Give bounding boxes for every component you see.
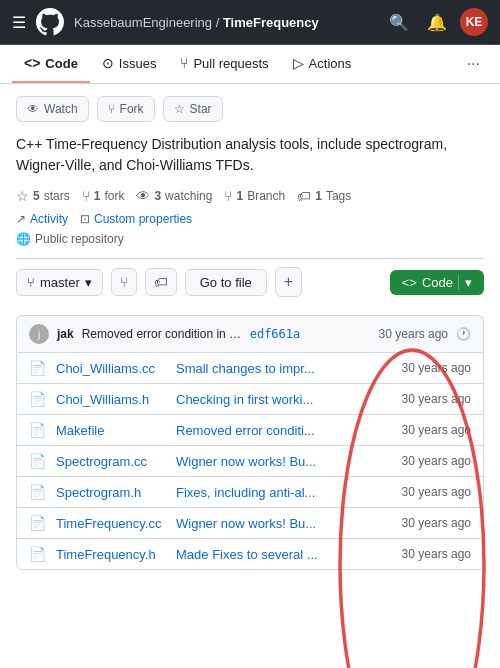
nav-more-button[interactable]: ···: [459, 49, 488, 79]
notification-button[interactable]: 🔔: [422, 8, 452, 36]
file-commit-msg: Removed error conditi...: [176, 423, 392, 438]
search-button[interactable]: 🔍: [384, 8, 414, 36]
fork-icon: ⑂: [108, 102, 115, 116]
fork-toolbar-icon[interactable]: ⑂: [111, 268, 137, 296]
breadcrumb-repo[interactable]: TimeFrequency: [223, 15, 319, 30]
nav-pull-requests[interactable]: ⑂ Pull requests: [168, 45, 280, 83]
file-icon: 📄: [29, 422, 46, 438]
add-file-button[interactable]: +: [275, 267, 302, 297]
tag-toolbar-icon[interactable]: 🏷: [145, 268, 177, 296]
star-icon: ☆: [174, 102, 185, 116]
breadcrumb: KassebaumEngineering / TimeFrequency: [74, 15, 374, 30]
branch-toolbar: ⑂ master ▾ ⑂ 🏷 Go to file + <> Code ▾: [16, 258, 484, 305]
breadcrumb-user-link[interactable]: KassebaumEngineering /: [74, 15, 219, 30]
meta-row: ↗ Activity ⊡ Custom properties: [16, 212, 484, 226]
file-icon: 📄: [29, 515, 46, 531]
activity-link[interactable]: ↗ Activity: [16, 212, 68, 226]
stars-label: stars: [44, 189, 70, 203]
go-to-file-button[interactable]: Go to file: [185, 269, 267, 296]
forks-stat[interactable]: ⑂ 1 fork: [82, 188, 125, 204]
tag-stat[interactable]: 🏷 1 Tags: [297, 188, 351, 204]
public-label: Public repository: [35, 232, 124, 246]
fork-button[interactable]: ⑂ Fork: [97, 96, 155, 122]
file-name[interactable]: Choi_Williams.cc: [56, 361, 166, 376]
commit-message: Removed error condition in makefile in..…: [82, 327, 242, 341]
fork-count: 1: [94, 189, 101, 203]
code-btn-icon: <>: [402, 275, 417, 290]
file-row: 📄Choi_Williams.hChecking in first worki.…: [17, 384, 483, 415]
commit-author-avatar: j: [29, 324, 49, 344]
history-icon[interactable]: 🕐: [456, 327, 471, 341]
nav-issues[interactable]: ⊙ Issues: [90, 45, 169, 83]
globe-icon: 🌐: [16, 232, 31, 246]
eye-icon: 👁: [27, 102, 39, 116]
hamburger-icon[interactable]: ☰: [12, 13, 26, 32]
watch-button[interactable]: 👁 Watch: [16, 96, 89, 122]
actions-icon: ▷: [293, 55, 304, 71]
file-name[interactable]: Choi_Williams.h: [56, 392, 166, 407]
file-commit-msg: Small changes to impr...: [176, 361, 392, 376]
commit-author-name[interactable]: jak: [57, 327, 74, 341]
fork-label: Fork: [120, 102, 144, 116]
file-row: 📄Spectrogram.ccWigner now works! Bu...30…: [17, 446, 483, 477]
file-time: 30 years ago: [402, 392, 471, 406]
file-time: 30 years ago: [402, 423, 471, 437]
nav-actions[interactable]: ▷ Actions: [281, 45, 364, 83]
file-commit-msg: Made Fixes to several ...: [176, 547, 392, 562]
file-name[interactable]: Spectrogram.cc: [56, 454, 166, 469]
file-name[interactable]: TimeFrequency.h: [56, 547, 166, 562]
commit-time: 30 years ago: [379, 327, 448, 341]
branch-name: master: [40, 275, 80, 290]
issues-icon: ⊙: [102, 55, 114, 71]
code-btn-arrow: ▾: [458, 275, 472, 290]
custom-props-label[interactable]: Custom properties: [94, 212, 192, 226]
activity-icon: ↗: [16, 212, 26, 226]
repo-main: 👁 Watch ⑂ Fork ☆ Star C++ Time-Frequency…: [0, 84, 500, 582]
file-icon: 📄: [29, 453, 46, 469]
chevron-down-icon: ▾: [85, 275, 92, 290]
file-time: 30 years ago: [402, 361, 471, 375]
activity-label[interactable]: Activity: [30, 212, 68, 226]
star-stat-icon: ☆: [16, 188, 29, 204]
file-time: 30 years ago: [402, 454, 471, 468]
branch-icon: ⑂: [27, 275, 35, 290]
file-icon: 📄: [29, 360, 46, 376]
watching-stat[interactable]: 👁 3 watching: [136, 188, 212, 204]
file-name[interactable]: TimeFrequency.cc: [56, 516, 166, 531]
branch-selector[interactable]: ⑂ master ▾: [16, 269, 103, 296]
stars-count: 5: [33, 189, 40, 203]
branch-stat[interactable]: ⑂ 1 Branch: [224, 188, 285, 204]
watch-label: watching: [165, 189, 212, 203]
file-commit-msg: Checking in first worki...: [176, 392, 392, 407]
file-time: 30 years ago: [402, 547, 471, 561]
repo-description: C++ Time-Frequency Distribution analysis…: [16, 134, 484, 176]
file-name[interactable]: Makefile: [56, 423, 166, 438]
file-icon: 📄: [29, 546, 46, 562]
file-row: 📄TimeFrequency.ccWigner now works! Bu...…: [17, 508, 483, 539]
file-name[interactable]: Spectrogram.h: [56, 485, 166, 500]
nav-code[interactable]: <> Code: [12, 45, 90, 83]
tag-label: Tags: [326, 189, 351, 203]
top-navigation: ☰ KassebaumEngineering / TimeFrequency 🔍…: [0, 0, 500, 45]
branch-stat-icon: ⑂: [224, 188, 232, 204]
eye-stat-icon: 👁: [136, 188, 150, 204]
commit-hash[interactable]: edf661a: [250, 327, 301, 341]
avatar[interactable]: KE: [460, 8, 488, 36]
file-time: 30 years ago: [402, 485, 471, 499]
repo-navigation: <> Code ⊙ Issues ⑂ Pull requests ▷ Actio…: [0, 45, 500, 84]
custom-properties-link[interactable]: ⊡ Custom properties: [80, 212, 192, 226]
watch-label: Watch: [44, 102, 78, 116]
code-btn-label: Code: [422, 275, 453, 290]
star-button[interactable]: ☆ Star: [163, 96, 223, 122]
file-icon: 📄: [29, 391, 46, 407]
file-row: 📄TimeFrequency.hMade Fixes to several ..…: [17, 539, 483, 569]
fork-stat-icon: ⑂: [82, 188, 90, 204]
top-icons: 🔍 🔔 KE: [384, 8, 488, 36]
file-commit-msg: Wigner now works! Bu...: [176, 516, 392, 531]
public-badge: 🌐 Public repository: [16, 232, 484, 246]
stars-stat[interactable]: ☆ 5 stars: [16, 188, 70, 204]
branch-label: Branch: [247, 189, 285, 203]
branch-count: 1: [236, 189, 243, 203]
code-button[interactable]: <> Code ▾: [390, 270, 484, 295]
file-time: 30 years ago: [402, 516, 471, 530]
